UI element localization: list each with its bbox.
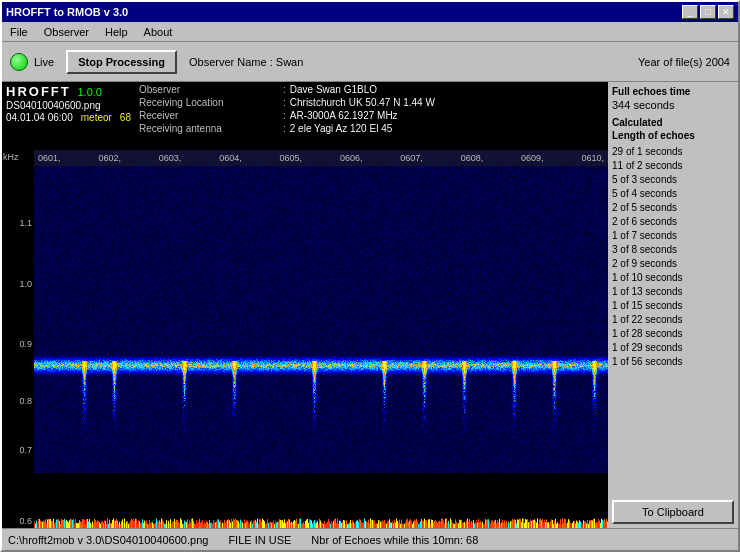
- tick-0601: 0601,: [38, 153, 61, 163]
- stop-processing-button[interactable]: Stop Processing: [66, 50, 177, 74]
- freq-0.7: 0.7: [19, 445, 32, 455]
- status-nbr: Nbr of Echoes while this 10mn: 68: [311, 534, 478, 546]
- antenna-row: Receiving antenna : 2 ele Yagi Az 120 El…: [139, 123, 604, 134]
- location-row: Receiving Location : Christchurch UK 50.…: [139, 97, 604, 108]
- khz-label: kHz: [3, 152, 19, 162]
- menu-file[interactable]: File: [6, 25, 32, 39]
- window-title: HROFFT to RMOB v 3.0: [6, 6, 128, 18]
- echo-list: 29 of 1 seconds11 of 2 seconds5 of 3 sec…: [612, 145, 734, 500]
- year-info: Year of file(s) 2004: [638, 56, 730, 68]
- waterfall-canvas: [34, 166, 608, 473]
- close-button[interactable]: ✕: [718, 5, 734, 19]
- tick-0609: 0609,: [521, 153, 544, 163]
- echo-list-item: 1 of 15 seconds: [612, 299, 734, 313]
- status-path: C:\hrofft2mob v 3.0\DS04010040600.png: [8, 534, 208, 546]
- length-title: Length of echoes: [612, 130, 734, 141]
- waterfall-section: kHz 1.1 1.0 0.9 0.8 0.7 0.6 0601, 0602, …: [2, 150, 608, 528]
- tick-0610: 0610,: [581, 153, 604, 163]
- freq-axis: kHz 1.1 1.0 0.9 0.8 0.7 0.6: [2, 150, 34, 528]
- tick-0607: 0607,: [400, 153, 423, 163]
- freq-ticks-row: 0601, 0602, 0603, 0604, 0605, 0606, 0607…: [34, 150, 608, 166]
- calculated-title: Calculated: [612, 117, 734, 128]
- echo-list-item: 2 of 6 seconds: [612, 215, 734, 229]
- echo-list-item: 1 of 10 seconds: [612, 271, 734, 285]
- freq-0.9: 0.9: [19, 339, 32, 349]
- freq-0.6: 0.6: [19, 516, 32, 526]
- spectrum-header: HROFFT 1.0.0 DS04010040600.png 04.01.04 …: [2, 82, 608, 150]
- live-dot: [10, 53, 28, 71]
- tick-0605: 0605,: [280, 153, 303, 163]
- echo-list-item: 1 of 22 seconds: [612, 313, 734, 327]
- menu-help[interactable]: Help: [101, 25, 132, 39]
- date-meteor-row: 04.01.04 06:00 meteor 68: [6, 112, 131, 123]
- echo-list-item: 3 of 8 seconds: [612, 243, 734, 257]
- title-bar: HROFFT to RMOB v 3.0 _ □ ✕: [2, 2, 738, 22]
- echo-list-item: 1 of 28 seconds: [612, 327, 734, 341]
- menu-about[interactable]: About: [140, 25, 177, 39]
- file-name: DS04010040600.png: [6, 100, 131, 111]
- waterfall-main: 0601, 0602, 0603, 0604, 0605, 0606, 0607…: [34, 150, 608, 528]
- tick-0606: 0606,: [340, 153, 363, 163]
- echo-list-item: 1 of 13 seconds: [612, 285, 734, 299]
- right-panel: Full echoes time 344 seconds Calculated …: [608, 82, 738, 528]
- menu-bar: File Observer Help About: [2, 22, 738, 42]
- status-bar: C:\hrofft2mob v 3.0\DS04010040600.png FI…: [2, 528, 738, 550]
- spectrum-header-left: HROFFT 1.0.0 DS04010040600.png 04.01.04 …: [6, 84, 131, 148]
- freq-0.8: 0.8: [19, 396, 32, 406]
- receiver-row: Receiver : AR-3000A 62.1927 MHz: [139, 110, 604, 121]
- observer-row: Observer : Dave Swan G1BLO: [139, 84, 604, 95]
- observer-name-label: Observer Name : Swan: [189, 56, 303, 68]
- main-content: HROFFT 1.0.0 DS04010040600.png 04.01.04 …: [2, 82, 738, 528]
- tick-0603: 0603,: [159, 153, 182, 163]
- echo-list-item: 5 of 3 seconds: [612, 173, 734, 187]
- spectrum-area: HROFFT 1.0.0 DS04010040600.png 04.01.04 …: [2, 82, 608, 528]
- live-indicator: Live: [10, 53, 54, 71]
- toolbar: Live Stop Processing Observer Name : Swa…: [2, 42, 738, 82]
- to-clipboard-button[interactable]: To Clipboard: [612, 500, 734, 524]
- tick-0608: 0608,: [461, 153, 484, 163]
- echo-list-item: 1 of 56 seconds: [612, 355, 734, 369]
- bottom-spectrum: [34, 473, 608, 528]
- echo-list-item: 2 of 5 seconds: [612, 201, 734, 215]
- echo-list-item: 29 of 1 seconds: [612, 145, 734, 159]
- freq-1.1: 1.1: [19, 218, 32, 228]
- menu-observer[interactable]: Observer: [40, 25, 93, 39]
- minimize-button[interactable]: _: [682, 5, 698, 19]
- tick-0604: 0604,: [219, 153, 242, 163]
- title-bar-buttons: _ □ ✕: [682, 5, 734, 19]
- echo-list-item: 11 of 2 seconds: [612, 159, 734, 173]
- main-window: HROFFT to RMOB v 3.0 _ □ ✕ File Observer…: [0, 0, 740, 552]
- echo-list-item: 2 of 9 seconds: [612, 257, 734, 271]
- echo-list-item: 5 of 4 seconds: [612, 187, 734, 201]
- status-file-status: FILE IN USE: [228, 534, 291, 546]
- full-echoes-value: 344 seconds: [612, 99, 734, 111]
- hrofft-title-row: HROFFT 1.0.0: [6, 84, 131, 99]
- waterfall-canvas-container: [34, 166, 608, 473]
- echo-list-item: 1 of 29 seconds: [612, 341, 734, 355]
- spectrum-header-right: Observer : Dave Swan G1BLO Receiving Loc…: [139, 84, 604, 148]
- full-echoes-title: Full echoes time: [612, 86, 734, 97]
- freq-1.0: 1.0: [19, 279, 32, 289]
- maximize-button[interactable]: □: [700, 5, 716, 19]
- echo-list-item: 1 of 7 seconds: [612, 229, 734, 243]
- bottom-spectrum-canvas: [34, 473, 608, 528]
- tick-0602: 0602,: [98, 153, 121, 163]
- live-label: Live: [34, 56, 54, 68]
